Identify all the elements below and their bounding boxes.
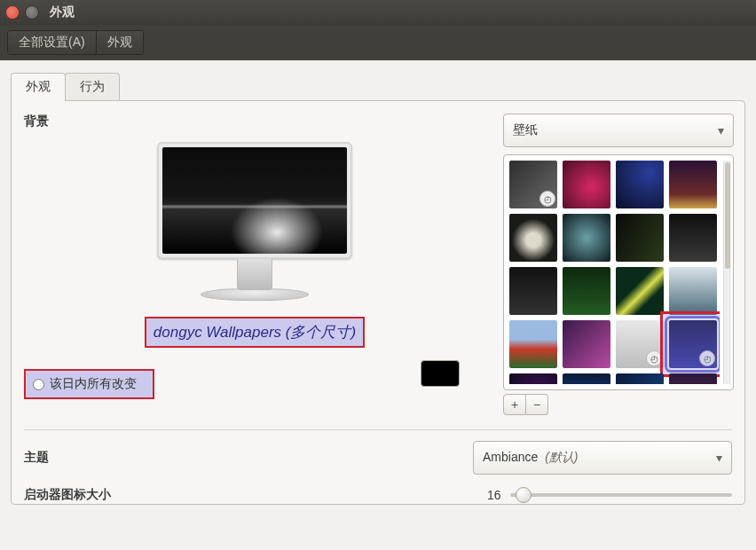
- wallpaper-thumb[interactable]: [509, 320, 557, 368]
- appearance-window: 外观 全部设置(A) 外观 外观 行为 背景: [0, 0, 756, 550]
- background-row: 背景 dongyc Wallpapers (多个尺寸): [24, 114, 732, 415]
- separator: [24, 429, 732, 430]
- wallpaper-picker-column: 壁纸 ▾ ◴◴◴ + −: [503, 114, 734, 415]
- wallpaper-thumb[interactable]: [616, 373, 664, 384]
- wallpaper-thumb[interactable]: [616, 161, 664, 208]
- breadcrumb: 全部设置(A) 外观: [7, 30, 144, 55]
- window-close-button[interactable]: [5, 5, 20, 20]
- wallpaper-thumb[interactable]: ◴: [669, 320, 717, 368]
- theme-combo[interactable]: Ambiance (默认) ▾: [473, 441, 732, 475]
- launcher-size-row: 启动器图标大小 16: [24, 487, 732, 503]
- same-day-changes-label: 该日内所有改变: [50, 376, 137, 392]
- theme-value: Ambiance: [483, 450, 538, 464]
- wallpaper-thumb[interactable]: [509, 214, 557, 262]
- chevron-down-icon: ▾: [716, 451, 722, 465]
- same-day-changes-option[interactable]: 该日内所有改变: [24, 369, 154, 399]
- clock-icon: ◴: [539, 191, 555, 207]
- wallpaper-thumb[interactable]: [563, 161, 610, 208]
- wallpaper-source-value: 壁纸: [513, 122, 538, 138]
- launcher-size-label: 启动器图标大小: [24, 487, 184, 503]
- tab-look[interactable]: 外观: [11, 73, 66, 100]
- wallpaper-thumb[interactable]: [509, 267, 557, 315]
- theme-default-suffix: (默认): [545, 450, 578, 464]
- wallpaper-thumb[interactable]: [669, 373, 717, 384]
- wallpaper-thumb[interactable]: [616, 214, 664, 262]
- wallpaper-thumb[interactable]: ◴: [509, 161, 557, 208]
- launcher-size-slider[interactable]: [510, 493, 732, 497]
- wallpaper-thumb[interactable]: [669, 214, 717, 262]
- wallpaper-thumb[interactable]: [669, 161, 717, 208]
- wallpaper-thumb[interactable]: [563, 373, 610, 384]
- tab-look-page: 背景 dongyc Wallpapers (多个尺寸): [11, 100, 745, 505]
- chevron-down-icon: ▾: [718, 123, 724, 138]
- launcher-size-value: 16: [487, 488, 501, 502]
- window-minimize-button[interactable]: [25, 5, 39, 20]
- slider-knob[interactable]: [516, 487, 532, 503]
- wallpaper-thumb[interactable]: ◴: [616, 320, 664, 368]
- wallpaper-grid[interactable]: ◴◴◴: [509, 161, 720, 384]
- notebook-tabs: 外观 行为: [11, 73, 745, 100]
- wallpaper-thumb[interactable]: [563, 267, 610, 315]
- wallpaper-grid-frame: ◴◴◴: [503, 154, 734, 390]
- clock-icon: ◴: [646, 350, 662, 366]
- wallpaper-thumb[interactable]: [669, 267, 717, 315]
- path-toolbar: 全部设置(A) 外观: [0, 25, 756, 60]
- monitor-illustration: [157, 142, 352, 301]
- radio-icon: [33, 379, 44, 390]
- titlebar: 外观: [0, 0, 756, 25]
- background-label: 背景: [24, 114, 485, 130]
- add-wallpaper-button[interactable]: +: [503, 394, 526, 415]
- wallpaper-grid-scrollbar[interactable]: [723, 161, 731, 384]
- theme-label: 主题: [24, 450, 184, 466]
- wallpaper-name: dongyc Wallpapers (多个尺寸): [145, 317, 365, 348]
- window-title: 外观: [50, 4, 75, 20]
- clock-icon: ◴: [699, 350, 715, 366]
- wallpaper-source-combo[interactable]: 壁纸 ▾: [503, 114, 734, 147]
- wallpaper-grid-toolbar: + −: [503, 394, 734, 415]
- background-preview-column: 背景 dongyc Wallpapers (多个尺寸): [24, 114, 485, 399]
- wallpaper-preview: dongyc Wallpapers (多个尺寸): [24, 137, 485, 348]
- content: 外观 行为 背景 dongyc Wallpapers (多个尺寸): [0, 60, 756, 505]
- breadcrumb-current[interactable]: 外观: [96, 31, 143, 54]
- tab-behavior[interactable]: 行为: [65, 73, 120, 100]
- wallpaper-thumb[interactable]: [616, 267, 664, 315]
- wallpaper-thumb[interactable]: [563, 320, 610, 368]
- wallpaper-thumb[interactable]: [509, 373, 557, 384]
- wallpaper-thumb[interactable]: [563, 214, 610, 262]
- theme-row: 主题 Ambiance (默认) ▾: [24, 441, 732, 475]
- remove-wallpaper-button[interactable]: −: [526, 394, 548, 415]
- all-settings-button[interactable]: 全部设置(A): [8, 31, 96, 54]
- background-color-swatch[interactable]: [421, 360, 460, 387]
- notebook: 外观 行为 背景 dongyc Wallpapers (多个尺寸): [11, 73, 745, 505]
